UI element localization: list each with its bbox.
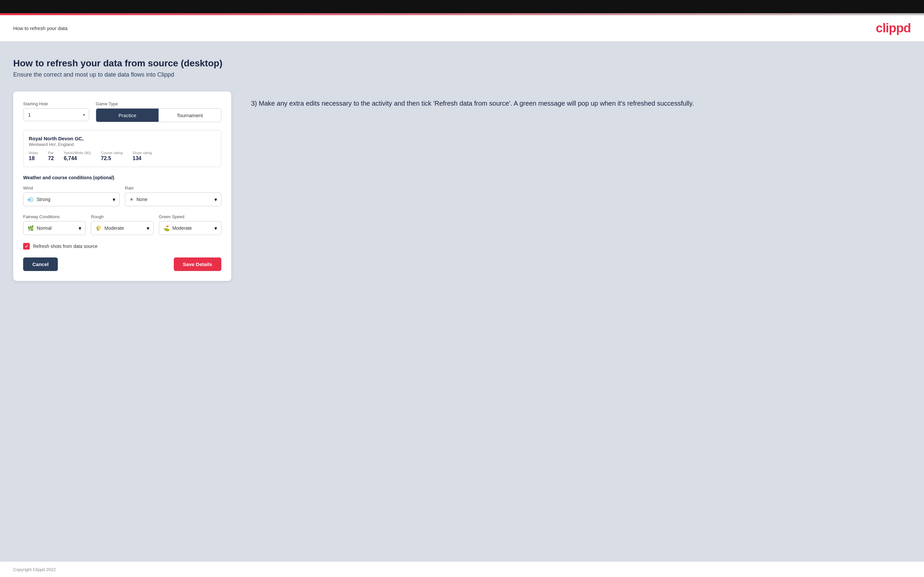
instruction-text: 3) Make any extra edits necessary to the… [251, 98, 911, 109]
conditions-title: Weather and course conditions (optional) [23, 175, 221, 180]
page-subtitle: Ensure the correct and most up to date d… [13, 71, 911, 78]
rain-icon: ☀ [129, 197, 134, 203]
hole-gametype-row: Starting Hole 1 10 ▾ Game Type Practice … [23, 102, 221, 122]
green-speed-select[interactable]: Moderate Slow Fast Very Fast [173, 226, 212, 231]
chevron-down-icon: ▾ [215, 225, 217, 231]
par-value: 72 [48, 155, 54, 161]
starting-hole-select[interactable]: 1 10 [23, 109, 89, 121]
cancel-button[interactable]: Cancel [23, 258, 58, 271]
footer: Copyright Clippd 2022 [0, 561, 924, 577]
rough-select-wrapper: 🌾 Moderate None Light Heavy ▾ [91, 221, 153, 235]
rain-select[interactable]: None Light Moderate Heavy [136, 197, 212, 202]
rain-label: Rain [125, 185, 221, 190]
holes-label: Holes [29, 151, 38, 155]
game-type-toggle: Practice Tournament [96, 108, 221, 122]
course-location: Westward Ho!, England [29, 142, 216, 147]
slope-rating-value: 134 [132, 155, 152, 161]
rain-select-wrapper: ☀ None Light Moderate Heavy ▾ [125, 192, 221, 206]
starting-hole-group: Starting Hole 1 10 ▾ [23, 102, 89, 122]
green-speed-group: Green Speed ⛳ Moderate Slow Fast Very Fa… [159, 214, 221, 235]
wind-label: Wind [23, 185, 120, 190]
top-bar [0, 0, 924, 13]
wind-select[interactable]: Strong None Light Moderate [37, 197, 110, 202]
wind-group: Wind 💨 Strong None Light Moderate ▾ [23, 185, 120, 206]
wind-rain-row: Wind 💨 Strong None Light Moderate ▾ [23, 185, 221, 206]
course-rating-stat: Course rating 72.5 [101, 151, 123, 161]
course-info-box: Royal North Devon GC, Westward Ho!, Engl… [23, 130, 221, 167]
yards-value: 6,744 [64, 155, 91, 161]
refresh-label: Refresh shots from data source [33, 243, 97, 249]
fairway-group: Fairway Conditions 🌿 Normal Firm Soft Ve… [23, 214, 86, 235]
course-name: Royal North Devon GC, [29, 136, 216, 141]
content-row: Starting Hole 1 10 ▾ Game Type Practice … [13, 92, 911, 281]
save-button[interactable]: Save Details [174, 258, 221, 271]
rain-group: Rain ☀ None Light Moderate Heavy ▾ [125, 185, 221, 206]
copyright-text: Copyright Clippd 2022 [13, 567, 56, 572]
course-stats: Holes 18 Par 72 Yards/White (M)) 6,744 C… [29, 151, 216, 161]
instruction-panel: 3) Make any extra edits necessary to the… [251, 92, 911, 109]
green-speed-icon: ⛳ [163, 225, 170, 231]
starting-hole-label: Starting Hole [23, 102, 89, 106]
practice-button[interactable]: Practice [96, 109, 158, 122]
header: How to refresh your data clippd [0, 15, 924, 42]
checkmark-icon: ✓ [25, 244, 28, 249]
starting-hole-select-wrapper: 1 10 ▾ [23, 108, 89, 121]
slope-rating-label: Slope rating [132, 151, 152, 155]
green-speed-label: Green Speed [159, 214, 221, 219]
yards-stat: Yards/White (M)) 6,744 [64, 151, 91, 161]
chevron-down-icon: ▾ [147, 225, 149, 231]
holes-stat: Holes 18 [29, 151, 38, 161]
rough-select[interactable]: Moderate None Light Heavy [104, 226, 144, 231]
wind-icon: 💨 [27, 197, 34, 203]
refresh-checkbox[interactable]: ✓ [23, 243, 30, 250]
slope-rating-stat: Slope rating 134 [132, 151, 152, 161]
par-stat: Par 72 [48, 151, 54, 161]
fairway-select[interactable]: Normal Firm Soft Very Soft [37, 226, 76, 231]
yards-label: Yards/White (M)) [64, 151, 91, 155]
chevron-down-icon: ▾ [215, 197, 217, 203]
fairway-select-wrapper: 🌿 Normal Firm Soft Very Soft ▾ [23, 221, 86, 235]
course-rating-value: 72.5 [101, 155, 123, 161]
breadcrumb: How to refresh your data [13, 26, 68, 31]
logo: clippd [876, 21, 911, 35]
game-type-group: Game Type Practice Tournament [96, 102, 221, 122]
rough-icon: 🌾 [95, 225, 102, 231]
game-type-label: Game Type [96, 102, 221, 106]
main-content: How to refresh your data from source (de… [0, 42, 924, 561]
tournament-button[interactable]: Tournament [158, 109, 221, 122]
fairway-rough-green-row: Fairway Conditions 🌿 Normal Firm Soft Ve… [23, 214, 221, 235]
rough-group: Rough 🌾 Moderate None Light Heavy ▾ [91, 214, 153, 235]
button-row: Cancel Save Details [23, 258, 221, 271]
chevron-down-icon: ▾ [113, 197, 115, 203]
conditions-section: Weather and course conditions (optional)… [23, 175, 221, 235]
page-title: How to refresh your data from source (de… [13, 58, 911, 69]
wind-select-wrapper: 💨 Strong None Light Moderate ▾ [23, 192, 120, 206]
course-rating-label: Course rating [101, 151, 123, 155]
form-card: Starting Hole 1 10 ▾ Game Type Practice … [13, 92, 231, 281]
green-speed-select-wrapper: ⛳ Moderate Slow Fast Very Fast ▾ [159, 221, 221, 235]
par-label: Par [48, 151, 54, 155]
refresh-checkbox-row: ✓ Refresh shots from data source [23, 243, 221, 250]
rough-label: Rough [91, 214, 153, 219]
chevron-down-icon: ▾ [79, 225, 81, 231]
fairway-label: Fairway Conditions [23, 214, 86, 219]
holes-value: 18 [29, 155, 38, 161]
fairway-icon: 🌿 [27, 225, 34, 231]
